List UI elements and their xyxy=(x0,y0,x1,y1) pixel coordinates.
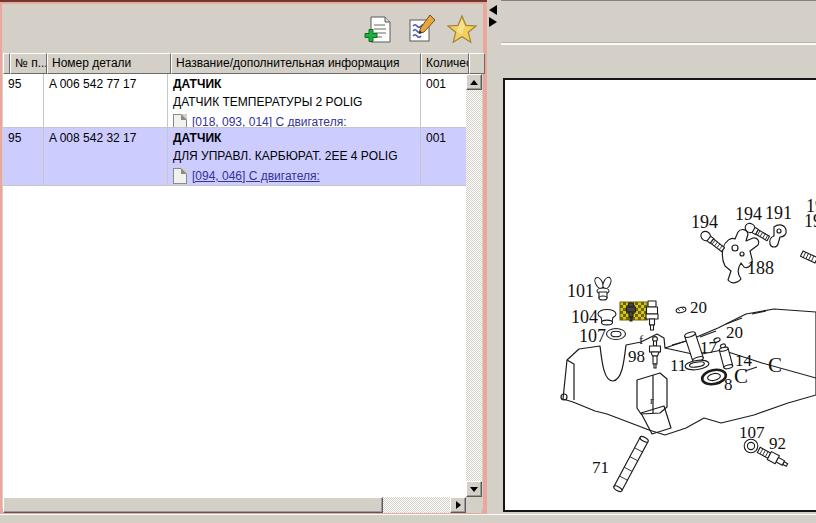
parts-toolbar xyxy=(2,4,483,53)
part-bolt-194a[interactable] xyxy=(699,229,726,253)
diagram-callout-92[interactable]: 92 xyxy=(769,434,786,453)
diagram-callout-C[interactable]: C xyxy=(768,353,782,377)
header-quantity[interactable]: Количест xyxy=(421,53,469,74)
footnote-line: [094, 046] С двигателя: xyxy=(173,168,418,184)
part-107a[interactable] xyxy=(607,329,626,340)
footnote-line: [018, 093, 014] С двигателя: xyxy=(173,114,418,127)
table-vertical-scrollbar[interactable] xyxy=(466,74,482,497)
footnote-link[interactable]: [018, 093, 014] С двигателя: xyxy=(192,115,346,127)
window-bottom-strip xyxy=(0,514,816,523)
parts-panel: № п... Номер детали Название/дополнитель… xyxy=(0,0,487,514)
header-name-info[interactable]: Название/дополнительная информация xyxy=(171,53,421,74)
row-part-number: A 006 542 77 17 xyxy=(44,74,168,127)
part-disc-11[interactable] xyxy=(684,359,709,371)
add-document-button[interactable] xyxy=(362,14,394,46)
diagram-canvas[interactable]: 1941941911919188101104107202017f9811148C… xyxy=(503,78,816,512)
scrollbar-corner xyxy=(466,497,482,513)
table-row[interactable]: 95A 008 542 32 17ДАТЧИКДЛЯ УПРАВЛ. КАРБЮ… xyxy=(3,128,466,186)
diagram-callout-101[interactable]: 101 xyxy=(567,281,594,301)
diagram-callout-98[interactable]: 98 xyxy=(628,347,645,366)
diagram-callout-20[interactable]: 20 xyxy=(726,323,743,342)
header-spacer xyxy=(3,53,10,74)
part-101[interactable] xyxy=(593,276,612,300)
diagram-callout-20[interactable]: 20 xyxy=(690,298,707,317)
panel-border-left xyxy=(0,4,2,509)
arrow-down-icon xyxy=(470,487,478,492)
star-icon xyxy=(446,14,478,46)
row-position: 95 xyxy=(3,74,44,127)
part-104[interactable] xyxy=(598,310,616,325)
row-name-info: ДАТЧИКДАТЧИК ТЕМПЕРАТУРЫ 2 POLIG[018, 09… xyxy=(168,74,421,127)
diagram-callout-191[interactable]: 191 xyxy=(765,203,792,223)
part-description: ДАТЧИК ТЕМПЕРАТУРЫ 2 POLIG xyxy=(173,95,418,109)
diagram-callout-19[interactable]: 19 xyxy=(804,211,816,231)
part-description: ДЛЯ УПРАВЛ. КАРБЮРАТ. 2EE 4 POLIG xyxy=(173,149,418,163)
part-20a[interactable] xyxy=(676,306,687,313)
scroll-down-button[interactable] xyxy=(466,481,482,497)
diagram-callout-194[interactable]: 194 xyxy=(691,212,718,232)
diagram-callout-C[interactable]: C xyxy=(734,364,748,388)
parts-diagram-svg: 1941941911919188101104107202017f9811148C… xyxy=(505,80,816,506)
diagram-panel: 1941941911919188101104107202017f9811148C… xyxy=(501,0,816,523)
diagram-callout-r[interactable]: r xyxy=(650,394,654,406)
header-spacer-right xyxy=(469,53,485,74)
table-horizontal-scrollbar[interactable] xyxy=(3,497,466,513)
part-name: ДАТЧИК xyxy=(173,77,418,91)
footnote-link[interactable]: [094, 046] С двигателя: xyxy=(192,169,320,183)
diagram-callout-107[interactable]: 107 xyxy=(579,326,606,346)
footnote-doc-icon[interactable] xyxy=(173,168,187,184)
scroll-up-button[interactable] xyxy=(466,74,482,90)
part-sensor-20[interactable] xyxy=(646,301,658,330)
diagram-callout-17[interactable]: 17 xyxy=(700,338,718,357)
add-document-icon xyxy=(362,14,394,46)
panel-groove xyxy=(501,42,816,45)
part-plug-98[interactable] xyxy=(650,337,661,368)
row-quantity: 001 xyxy=(421,128,466,185)
arrow-right-icon xyxy=(456,501,461,509)
edit-annotation-icon xyxy=(406,14,438,46)
diagram-callout-8[interactable]: 8 xyxy=(724,375,733,394)
panel-splitter[interactable] xyxy=(487,0,501,514)
diagram-callout-f[interactable]: f xyxy=(639,332,644,347)
header-position[interactable]: № п... xyxy=(10,53,47,74)
table-header: № п... Номер детали Название/дополнитель… xyxy=(3,53,485,74)
part-stud-71[interactable] xyxy=(613,435,649,492)
parts-table-body: 95A 006 542 77 17ДАТЧИКДАТЧИК ТЕМПЕРАТУР… xyxy=(3,74,466,497)
diagram-callout-71[interactable]: 71 xyxy=(592,458,609,477)
row-name-info: ДАТЧИКДЛЯ УПРАВЛ. КАРБЮРАТ. 2EE 4 POLIG[… xyxy=(168,128,421,185)
part-name: ДАТЧИК xyxy=(173,131,418,145)
edit-annotation-button[interactable] xyxy=(406,14,438,46)
row-position: 95 xyxy=(3,128,44,185)
splitter-collapse-right-icon[interactable] xyxy=(489,17,497,27)
epc-window: № п... Номер детали Название/дополнитель… xyxy=(0,0,816,523)
diagram-callout-104[interactable]: 104 xyxy=(571,307,598,327)
diagram-callout-194[interactable]: 194 xyxy=(735,204,762,224)
header-part-number[interactable]: Номер детали xyxy=(47,53,171,74)
diagram-callout-11[interactable]: 11 xyxy=(670,356,686,375)
horizontal-scroll-thumb[interactable] xyxy=(3,497,383,513)
splitter-collapse-left-icon[interactable] xyxy=(489,5,497,15)
part-cyl-14[interactable] xyxy=(719,346,733,369)
footnote-doc-icon[interactable] xyxy=(173,114,187,127)
row-quantity: 001 xyxy=(421,74,466,127)
diagram-callout-107[interactable]: 107 xyxy=(739,423,765,442)
favorites-button[interactable] xyxy=(446,14,478,46)
diagram-callout-188[interactable]: 188 xyxy=(747,258,774,278)
arrow-up-icon xyxy=(470,80,478,85)
table-row[interactable]: 95A 006 542 77 17ДАТЧИКДАТЧИК ТЕМПЕРАТУР… xyxy=(3,74,466,128)
row-part-number: A 008 542 32 17 xyxy=(44,128,168,185)
scroll-right-button[interactable] xyxy=(450,497,466,513)
part-screw-edge[interactable] xyxy=(800,251,816,263)
